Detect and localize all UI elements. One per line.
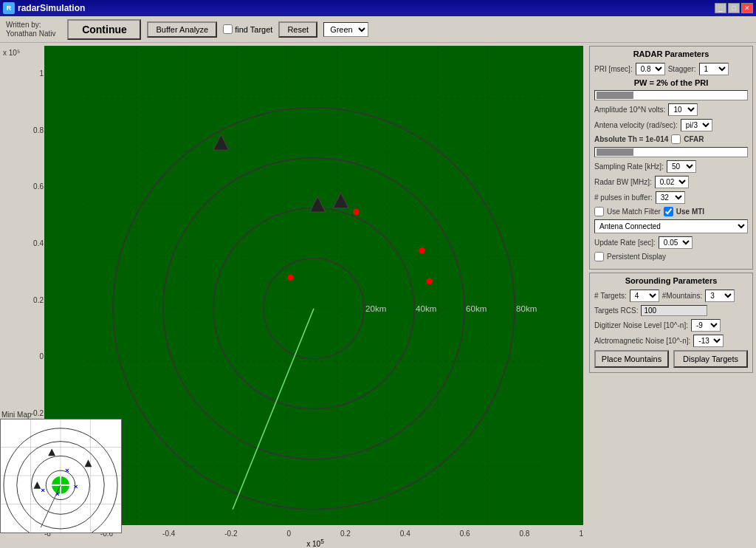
toolbar: Written by: Yonathan Nativ Continue Buff… [0,16,756,43]
radar-bw-label: Radar BW [MHz]: [594,178,652,186]
svg-marker-25 [213,134,229,150]
mini-map-container: Mini Map [0,411,126,533]
cfar-checkbox[interactable] [671,134,681,144]
window-title: radarSimulation [18,3,85,13]
antenna-dropdown-row: Antena Connected [594,219,748,233]
digitizer-noise-label: Digitizer Noise Level [10^-n]: [594,321,688,329]
svg-marker-27 [333,193,348,208]
radar-params-title: RADAR Parameters [594,49,748,58]
antenna-vel-row: Antena velocity (rad/sec): pi/3 [594,119,748,131]
absolute-th-row: Absolute Th = 1e-014 CFAR [594,134,748,144]
svg-marker-26 [310,196,326,212]
x-label-1: 1 [579,530,583,538]
x-label-04: 0.4 [400,530,410,538]
em-noise-select[interactable]: -13 [693,335,724,347]
filter-row: Use Match Filter Use MTI [594,207,748,216]
targets-count-label: # Targets: [594,292,627,300]
svg-text:60km: 60km [466,304,487,313]
main-container: Written by: Yonathan Nativ Continue Buff… [0,16,756,548]
em-noise-label: Alctromagnetic Noise [10^-n]: [594,337,690,345]
x-label-08: 0.8 [520,530,530,538]
sampling-rate-label: Sampling Rate [kHz]: [594,162,664,171]
absolute-th-label: Absolute Th = 1e-014 [594,135,668,143]
scrollbar-thumb-1 [597,92,633,99]
em-noise-row: Alctromagnetic Noise [10^-n]: -13 [594,335,748,347]
x-multiplier: x 105 [0,538,586,548]
match-filter-label: Use Match Filter [607,208,661,216]
antenna-dropdown[interactable]: Antena Connected [594,219,748,233]
app-icon: R [3,2,15,14]
y-label-06: 0.6 [33,182,44,191]
update-rate-row: Update Rate [sec]: 0.05 [594,236,748,249]
mini-map: × × × × [0,419,122,533]
svg-text:×: × [65,466,69,474]
minimize-button[interactable]: _ [715,3,726,13]
targets-select[interactable]: 4 [630,290,659,302]
x-label-02: 0.2 [340,530,351,538]
update-rate-label: Update Rate [sec]: [594,239,656,247]
display-targets-button[interactable]: Display Targets [673,350,748,368]
stagger-select[interactable]: 1 [699,63,729,75]
amplitude-row: Amplitude 10^N volts: 10 [594,103,748,116]
pulses-row: # pulses in buffer: 32 [594,191,748,204]
svg-text:80km: 80km [516,304,537,313]
svg-point-28 [353,209,359,215]
antenna-vel-label: Antena velocity (rad/sec): [594,121,678,129]
scrollbar-thumb-2 [597,148,633,156]
pri-label: PRI [msec]: [594,65,633,73]
pulses-select[interactable]: 32 [656,191,685,204]
maximize-button[interactable]: □ [728,3,740,13]
amplitude-select[interactable]: 10 [668,103,698,116]
place-mountains-button[interactable]: Place Mountains [594,350,669,368]
mti-checkbox[interactable] [664,207,673,216]
mti-label: Use MTI [676,208,704,216]
targets-rcs-label: Targets RCS: [594,306,638,315]
targets-rcs-row: Targets RCS: [594,305,748,316]
color-select[interactable]: Green [323,22,368,37]
find-target-checkbox[interactable] [223,24,233,34]
action-buttons: Place Mountains Display Targets [594,350,748,368]
mini-map-svg: × × × × [1,419,121,532]
sorounding-params-section: Sorounding Parameters # Targets: 4 #Moun… [589,273,753,373]
digitizer-noise-select[interactable]: -9 [691,319,721,332]
match-filter-checkbox[interactable] [594,207,604,216]
persistent-row: Persistent Display [594,252,748,261]
radar-bw-row: Radar BW [MHz]: 0.02 [594,176,748,188]
antenna-vel-select[interactable]: pi/3 [681,119,712,131]
y-label-02: 0.2 [33,296,44,304]
buffer-analyze-button[interactable]: Buffer Analyze [147,21,217,38]
close-button[interactable]: ✕ [741,3,753,13]
y-label-1: 1 [39,69,44,78]
targets-mountains-row: # Targets: 4 #Mountains: 3 [594,290,748,302]
mountains-select[interactable]: 3 [705,290,735,302]
y-label-0: 0 [39,352,44,360]
continue-button[interactable]: Continue [67,19,141,40]
radar-params-section: RADAR Parameters PRI [msec]: 0.8 Stagger… [589,46,753,270]
y-label-08: 0.8 [33,126,44,134]
scrollbar-2[interactable] [594,147,748,157]
radar-bw-select[interactable]: 0.02 [655,176,689,188]
svg-marker-46 [85,459,92,467]
pri-row: PRI [msec]: 0.8 Stagger: 1 [594,63,748,75]
amplitude-label: Amplitude 10^N volts: [594,106,665,114]
persistent-checkbox[interactable] [594,252,604,261]
scrollbar-1[interactable] [594,90,748,100]
title-bar: R radarSimulation _ □ ✕ [0,0,756,16]
radar-area: x 10⁵ 1 0.8 0.6 0.4 0.2 0 -0.2 -0.4 -0.6 [0,43,586,548]
y-axis-multiplier: x 10⁵ [3,49,20,57]
x-label-06: 0.6 [460,530,470,538]
pulses-label: # pulses in buffer: [594,193,653,202]
svg-point-29 [287,275,293,281]
pw-label: PW = 2% of the PRI [594,78,748,87]
pri-select[interactable]: 0.8 [636,63,665,75]
targets-rcs-input[interactable] [641,305,707,316]
sampling-rate-row: Sampling Rate [kHz]: 50 [594,160,748,173]
sampling-rate-select[interactable]: 50 [667,160,696,173]
svg-point-31 [419,247,425,253]
body-area: x 10⁵ 1 0.8 0.6 0.4 0.2 0 -0.2 -0.4 -0.6 [0,43,756,548]
cfar-label: CFAR [684,135,704,143]
reset-button[interactable]: Reset [278,21,317,38]
mini-map-label: Mini Map [0,411,126,419]
sorounding-params-title: Sorounding Parameters [594,276,748,285]
update-rate-select[interactable]: 0.05 [659,236,693,249]
